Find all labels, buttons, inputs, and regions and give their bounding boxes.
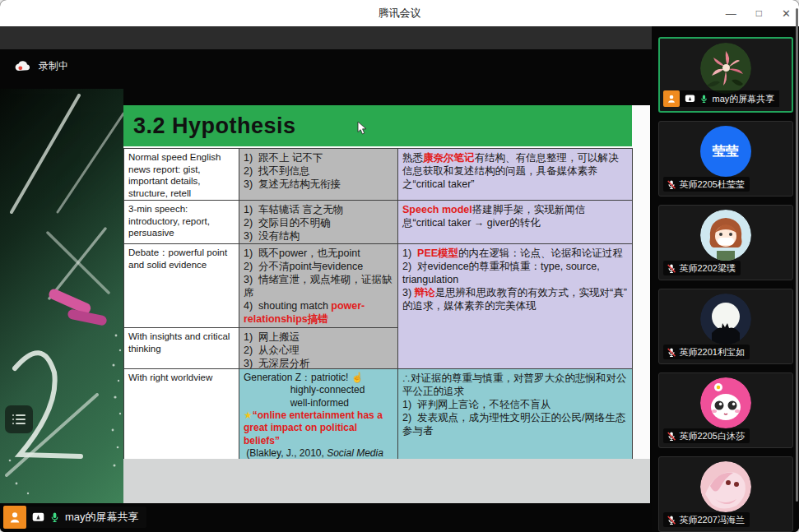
mic-muted-icon	[667, 179, 676, 190]
meeting-window: 腾讯会议 — □ ✕ 录制中	[0, 0, 799, 532]
sidebar-scrollbar[interactable]	[796, 8, 798, 502]
window-title: 腾讯会议	[379, 6, 421, 21]
close-button[interactable]: ✕	[782, 8, 791, 19]
participant-name: 英师2205杜莹莹	[680, 178, 745, 191]
list-icon	[12, 413, 26, 426]
table-cell-r5c2: Generation Z：patriotic! ☝ highly-connect…	[239, 369, 398, 460]
participant-tile-liangpu[interactable]: 英师2202梁璞	[658, 205, 793, 280]
chalk-drawing	[0, 89, 123, 503]
slide-bottom-margin	[123, 459, 650, 503]
share-banner-label: may的屏幕共享	[65, 510, 139, 525]
table-cell-r2c2: 1) 车轱辘话 言之无物2) 交际目的不明确3) 没有结构	[239, 201, 398, 244]
table-cell-r1c2: 1) 跟不上 记不下2) 找不到信息3) 复述无结构无衔接	[239, 149, 398, 201]
table-cell-r3r4c3: 1) PEE模型的内在逻辑：论点、论据和论证过程2) 对evidence的尊重和…	[398, 244, 633, 369]
mic-muted-icon	[667, 347, 676, 358]
table-cell-r5c3: ∴对证据的尊重与慎重，对普罗大众的悲悯和对公平公正的追求1) 评判网上言论，不轻…	[398, 369, 633, 460]
avatar	[700, 43, 751, 94]
mic-muted-icon	[667, 515, 676, 525]
avatar	[700, 461, 751, 512]
table-cell-r1c1: Normal speed English news report: gist, …	[124, 149, 239, 201]
participant-tile-libaoru[interactable]: 英师2201利宝如	[658, 289, 793, 364]
table-cell-r2c1: 3-min speech: introductory, report, pers…	[124, 201, 239, 244]
participant-tile-fenghailan[interactable]: 英师2207冯海兰	[658, 456, 793, 532]
avatar	[700, 210, 751, 261]
cloud-record-icon	[15, 60, 31, 72]
shared-screen-stage: 录制中	[0, 26, 652, 532]
hypothesis-table: Normal speed English news report: gist, …	[123, 148, 633, 460]
mic-muted-icon	[667, 263, 676, 274]
recording-indicator: 录制中	[15, 59, 68, 73]
maximize-button[interactable]: □	[756, 8, 762, 18]
participants-sidebar: may的屏幕共享 莹莹 英师2205杜莹莹	[652, 26, 799, 532]
recording-label: 录制中	[39, 59, 68, 73]
minimize-button[interactable]: —	[726, 8, 736, 19]
person-icon	[667, 94, 676, 104]
participant-name: 英师2205白沐莎	[680, 430, 745, 442]
avatar	[700, 294, 751, 345]
table-cell-r4c1: With insights and critical thinking	[124, 328, 239, 369]
screen-share-icon	[685, 95, 695, 103]
table-cell-r3c1: Debate：powerful point and solid evidence	[124, 244, 239, 328]
avatar: 莹莹	[700, 126, 751, 177]
presenter-badge	[3, 506, 26, 529]
annotation-list-button[interactable]	[5, 405, 33, 433]
participant-name: 英师2207冯海兰	[680, 514, 745, 526]
participant-tile-baimusha[interactable]: 英师2205白沐莎	[658, 372, 793, 448]
titlebar: 腾讯会议 — □ ✕	[0, 0, 799, 27]
avatar	[700, 377, 751, 428]
mic-muted-icon	[667, 431, 676, 442]
table-cell-r5c1: With right worldview	[124, 369, 239, 460]
table-cell-r4c2: 1) 网上搬运2) 从众心理3) 无深层分析	[239, 328, 398, 369]
mic-on-icon	[699, 94, 708, 104]
table-cell-r2c3: Speech model搭建脚手架，实现新闻信息“critical taker …	[398, 201, 633, 244]
slide-title-band: 3.2 Hypothesis	[123, 105, 632, 146]
avatar-initials: 莹莹	[713, 143, 739, 160]
participant-name: 英师2202梁璞	[680, 262, 736, 275]
participant-name: may的屏幕共享	[713, 93, 775, 105]
screen-share-icon	[32, 512, 44, 522]
participant-tile-may[interactable]: may的屏幕共享	[658, 37, 793, 113]
mouse-cursor-icon	[357, 122, 369, 135]
stage-toolbar	[0, 26, 652, 49]
table-cell-r1c3: 熟悉康奈尔笔记有结构、有信息整理，可以解决信息获取和复述结构的问题，具备媒体素养…	[398, 149, 633, 201]
participant-tile-duyingying[interactable]: 莹莹 英师2205杜莹莹	[658, 121, 793, 197]
chalkboard-panel	[0, 89, 123, 503]
table-cell-r3c2: 1) 既不power，也无point2) 分不清point与evidence3)…	[239, 244, 398, 328]
share-banner: may的屏幕共享	[3, 506, 146, 529]
participant-name: 英师2201利宝如	[680, 346, 745, 359]
person-icon	[8, 511, 21, 524]
presentation-slide: 3.2 Hypothesis Normal speed English news…	[123, 105, 650, 503]
slide-title: 3.2 Hypothesis	[133, 113, 296, 139]
presenter-badge	[663, 90, 680, 107]
mic-on-icon	[49, 511, 60, 523]
